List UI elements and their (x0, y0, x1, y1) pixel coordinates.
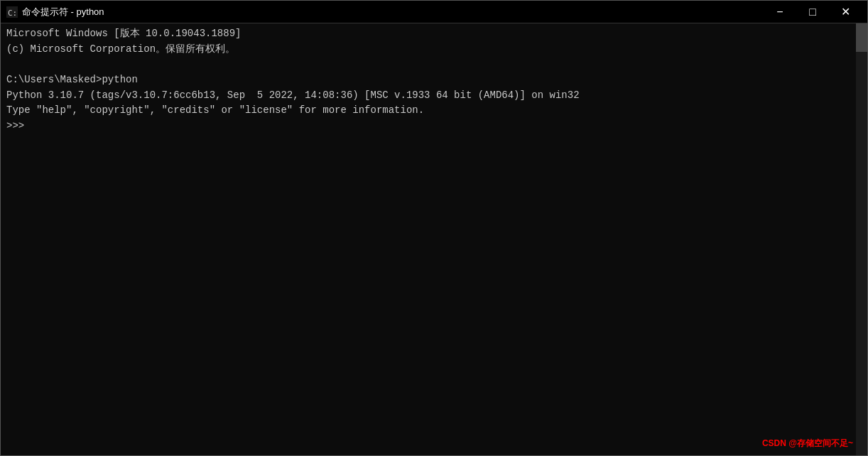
scrollbar[interactable] (856, 23, 867, 455)
terminal-line: Microsoft Windows [版本 10.0.19043.1889] (6, 26, 862, 42)
minimize-button[interactable]: − (764, 1, 796, 23)
scrollbar-thumb[interactable] (856, 23, 867, 52)
watermark: CSDN @存储空间不足~ (762, 438, 853, 450)
window-controls: − □ ✕ (764, 1, 862, 23)
terminal-line: Type "help", "copyright", "credits" or "… (6, 103, 862, 119)
cmd-icon: C:\ (6, 6, 18, 18)
window-title: 命令提示符 - python (22, 6, 764, 18)
maximize-button[interactable]: □ (796, 1, 829, 23)
window: C:\ 命令提示符 - python − □ ✕ Microsoft Windo… (0, 0, 868, 456)
terminal-line: >>> (6, 119, 862, 134)
svg-text:C:\: C:\ (8, 9, 18, 18)
terminal-body[interactable]: Microsoft Windows [版本 10.0.19043.1889](c… (1, 23, 867, 455)
close-button[interactable]: ✕ (829, 1, 862, 23)
title-bar: C:\ 命令提示符 - python − □ ✕ (1, 1, 867, 23)
terminal-line (6, 57, 862, 72)
terminal-line: Python 3.10.7 (tags/v3.10.7:6cc6b13, Sep… (6, 88, 862, 104)
terminal-output: Microsoft Windows [版本 10.0.19043.1889](c… (6, 26, 862, 134)
terminal-line: C:\Users\Masked>python (6, 72, 862, 88)
terminal-line: (c) Microsoft Corporation。保留所有权利。 (6, 42, 862, 58)
